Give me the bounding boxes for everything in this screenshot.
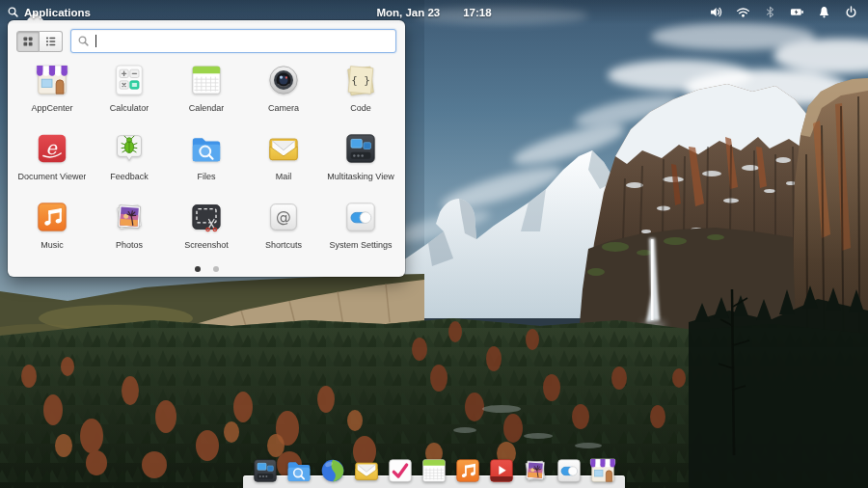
app-launcher-popover: AppCenter Calculator Calendar Camera Cod… <box>8 20 405 277</box>
app-label: Photos <box>116 240 143 250</box>
bluetooth-icon <box>763 5 777 19</box>
app-icon-feedback <box>110 129 149 168</box>
dock-item-appcenter[interactable] <box>587 455 618 486</box>
app-label: Shortcuts <box>265 240 302 250</box>
app-label: AppCenter <box>31 103 72 113</box>
datetime-indicator[interactable]: Mon, Jan 23 17:18 <box>376 7 491 18</box>
app-icon-code <box>341 61 380 99</box>
battery-charging-icon <box>790 5 804 19</box>
app-calculator[interactable]: Calculator <box>91 58 168 126</box>
app-appcenter[interactable]: AppCenter <box>14 58 91 126</box>
applications-menu-label: Applications <box>24 7 91 18</box>
app-calendar[interactable]: Calendar <box>168 58 245 126</box>
mail-icon <box>351 455 382 486</box>
app-feedback[interactable]: Feedback <box>91 126 168 195</box>
app-label: Feedback <box>110 172 149 181</box>
app-label: Document Viewer <box>18 172 87 181</box>
list-view-icon <box>44 35 58 48</box>
dock-item-multitasking-view[interactable] <box>250 455 281 486</box>
app-label: Files <box>197 172 215 181</box>
app-icon-document-viewer <box>33 129 71 168</box>
dock-item-files[interactable] <box>284 455 314 486</box>
videos-icon <box>486 455 517 486</box>
dock <box>243 455 625 488</box>
search-input[interactable] <box>96 34 390 49</box>
top-panel: Applications Mon, Jan 23 17:18 <box>0 0 868 24</box>
app-shortcuts[interactable]: Shortcuts <box>245 195 322 263</box>
app-code[interactable]: Code <box>322 58 399 126</box>
dock-items <box>243 455 625 488</box>
dock-item-system-settings[interactable] <box>554 455 584 486</box>
indicator-power[interactable] <box>844 5 858 19</box>
app-grid: AppCenter Calculator Calendar Camera Cod… <box>8 56 405 263</box>
view-toggle <box>16 31 63 52</box>
dock-item-tasks[interactable] <box>385 455 416 486</box>
launcher-header <box>8 20 405 56</box>
app-mail[interactable]: Mail <box>245 126 322 195</box>
app-label: Multitasking View <box>327 172 393 181</box>
app-screenshot[interactable]: Screenshot <box>168 195 245 263</box>
grid-view-icon <box>21 35 35 48</box>
indicator-notifications[interactable] <box>817 5 831 19</box>
web-browser-icon <box>317 455 348 486</box>
applications-menu[interactable]: Applications <box>0 6 91 18</box>
list-view-button[interactable] <box>40 31 63 52</box>
page-dot-2[interactable] <box>213 266 219 272</box>
search-icon <box>7 6 19 18</box>
panel-time: 17:18 <box>463 7 491 18</box>
app-icon-mail <box>264 129 303 168</box>
photos-icon <box>520 455 551 486</box>
app-icon-system-settings <box>341 198 380 236</box>
panel-indicators <box>709 5 868 19</box>
system-settings-icon <box>554 455 584 486</box>
app-label: Screenshot <box>184 240 229 250</box>
app-icon-shortcuts <box>264 198 303 236</box>
app-files[interactable]: Files <box>168 126 245 195</box>
panel-date: Mon, Jan 23 <box>376 7 440 18</box>
app-icon-camera <box>264 61 303 99</box>
wifi-icon <box>736 5 750 19</box>
dock-item-calendar[interactable] <box>419 455 449 486</box>
search-icon <box>77 35 90 47</box>
page-indicator <box>8 266 405 272</box>
app-label: Calendar <box>189 103 225 113</box>
app-music[interactable]: Music <box>14 195 91 263</box>
app-camera[interactable]: Camera <box>245 58 322 126</box>
dock-item-photos[interactable] <box>520 455 551 486</box>
app-document-viewer[interactable]: Document Viewer <box>14 126 91 195</box>
app-system-settings[interactable]: System Settings <box>322 195 399 263</box>
app-icon-photos <box>110 198 149 236</box>
app-photos[interactable]: Photos <box>91 195 168 263</box>
app-label: Calculator <box>110 103 149 113</box>
app-label: Mail <box>276 172 292 181</box>
files-icon <box>284 455 314 486</box>
page-dot-1[interactable] <box>195 266 201 272</box>
appcenter-icon <box>587 455 618 486</box>
app-label: Camera <box>268 103 299 113</box>
app-icon-music <box>33 198 71 236</box>
app-label: Code <box>350 103 371 113</box>
app-search-field[interactable] <box>70 29 396 53</box>
music-icon <box>452 455 483 486</box>
app-icon-calendar <box>187 61 226 99</box>
indicator-bluetooth[interactable] <box>763 5 777 19</box>
app-icon-files <box>187 129 226 168</box>
app-icon-multitasking-view <box>341 129 380 168</box>
app-multitasking-view[interactable]: Multitasking View <box>322 126 399 195</box>
dock-item-web-browser[interactable] <box>317 455 348 486</box>
app-icon-calculator <box>110 61 149 99</box>
indicator-volume[interactable] <box>709 5 723 19</box>
app-icon-appcenter <box>33 61 71 99</box>
indicator-battery[interactable] <box>790 5 804 19</box>
dock-item-mail[interactable] <box>351 455 382 486</box>
grid-view-button[interactable] <box>16 31 40 52</box>
volume-icon <box>709 5 723 19</box>
dock-item-videos[interactable] <box>486 455 517 486</box>
multitasking-view-icon <box>250 455 281 486</box>
dock-item-music[interactable] <box>452 455 483 486</box>
power-icon <box>844 5 858 19</box>
app-label: System Settings <box>329 240 392 250</box>
app-label: Music <box>41 240 64 250</box>
bell-icon <box>817 5 831 19</box>
indicator-wifi[interactable] <box>736 5 750 19</box>
